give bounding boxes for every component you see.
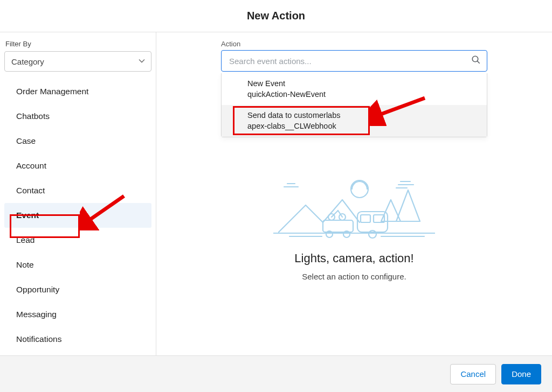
sidebar-item-note[interactable]: Note bbox=[4, 253, 151, 277]
sidebar-item-case[interactable]: Case bbox=[4, 129, 151, 153]
action-dropdown: New Event quickAction-NewEvent Send data… bbox=[221, 73, 487, 137]
sidebar-item-contact[interactable]: Contact bbox=[4, 178, 151, 203]
svg-line-1 bbox=[477, 61, 479, 63]
svg-rect-13 bbox=[361, 215, 370, 222]
sidebar-item-event[interactable]: Event bbox=[4, 203, 151, 228]
empty-illustration bbox=[273, 174, 435, 244]
dropdown-item-title: Send data to customerlabs bbox=[247, 110, 478, 121]
sidebar-item-account[interactable]: Account bbox=[4, 153, 151, 178]
sidebar-item-order-management[interactable]: Order Management bbox=[4, 79, 151, 104]
filter-by-label: Filter By bbox=[4, 40, 151, 48]
empty-title: Lights, camera, action! bbox=[221, 251, 487, 265]
dialog-header: New Action bbox=[0, 0, 552, 32]
empty-subtitle: Select an action to configure. bbox=[221, 272, 487, 281]
svg-marker-3 bbox=[396, 190, 420, 221]
action-label: Action bbox=[221, 40, 487, 48]
dropdown-item-subtitle: apex-clabs__CLWebhook bbox=[247, 121, 478, 132]
sidebar: Filter By Category Order Management Chat… bbox=[0, 32, 156, 355]
done-button[interactable]: Done bbox=[501, 364, 541, 384]
dropdown-item-title: New Event bbox=[247, 79, 478, 89]
action-search bbox=[221, 50, 487, 72]
sidebar-item-opportunity[interactable]: Opportunity bbox=[4, 277, 151, 302]
dialog-body: Filter By Category Order Management Chat… bbox=[0, 32, 552, 355]
svg-rect-8 bbox=[323, 220, 353, 232]
sidebar-item-notifications[interactable]: Notifications bbox=[4, 327, 151, 352]
svg-point-0 bbox=[472, 56, 478, 62]
category-select-value: Category bbox=[4, 51, 151, 72]
main-panel: Action New Event quickAction-NewEvent Se… bbox=[156, 32, 552, 355]
dialog-title: New Action bbox=[247, 10, 305, 22]
cancel-button[interactable]: Cancel bbox=[450, 364, 496, 384]
empty-state: Lights, camera, action! Select an action… bbox=[221, 174, 487, 281]
search-icon bbox=[471, 55, 481, 67]
category-list: Order Management Chatbots Case Account C… bbox=[4, 79, 151, 352]
category-select[interactable]: Category bbox=[4, 51, 151, 72]
sidebar-item-chatbots[interactable]: Chatbots bbox=[4, 104, 151, 129]
dropdown-item-subtitle: quickAction-NewEvent bbox=[247, 89, 478, 100]
sidebar-item-messaging[interactable]: Messaging bbox=[4, 302, 151, 327]
action-search-input[interactable] bbox=[221, 50, 487, 72]
dialog-footer: Cancel Done bbox=[0, 355, 552, 392]
sidebar-item-lead[interactable]: Lead bbox=[4, 228, 151, 253]
dropdown-item-send-data-customerlabs[interactable]: Send data to customerlabs apex-clabs__CL… bbox=[222, 105, 487, 137]
dropdown-item-new-event[interactable]: New Event quickAction-NewEvent bbox=[222, 73, 487, 105]
svg-point-4 bbox=[351, 180, 368, 198]
